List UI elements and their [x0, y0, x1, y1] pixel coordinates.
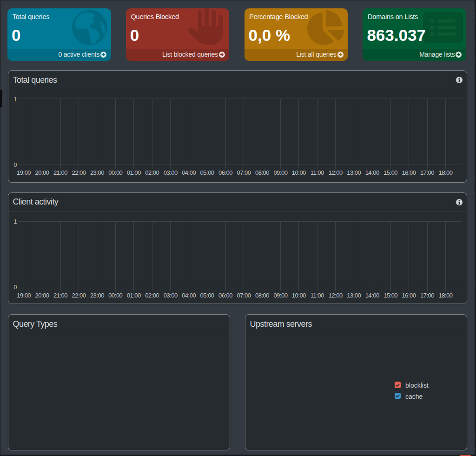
svg-text:13:00: 13:00 [347, 169, 361, 176]
svg-text:20:00: 20:00 [35, 292, 49, 299]
svg-text:00:00: 00:00 [108, 169, 122, 176]
svg-text:0: 0 [13, 284, 17, 291]
svg-text:1: 1 [13, 96, 17, 103]
svg-text:06:00: 06:00 [218, 169, 232, 176]
svg-text:19:00: 19:00 [17, 292, 31, 299]
svg-text:11:00: 11:00 [311, 169, 324, 176]
svg-text:01:00: 01:00 [127, 292, 141, 299]
svg-text:09:00: 09:00 [273, 169, 287, 176]
svg-text:0: 0 [13, 161, 17, 168]
svg-text:21:00: 21:00 [53, 292, 67, 299]
svg-text:16:00: 16:00 [402, 169, 416, 176]
svg-text:17:00: 17:00 [420, 169, 434, 176]
svg-text:04:00: 04:00 [182, 169, 196, 176]
svg-text:13:00: 13:00 [347, 292, 361, 299]
svg-text:15:00: 15:00 [383, 169, 397, 176]
svg-text:17:00: 17:00 [420, 292, 434, 299]
svg-text:08:00: 08:00 [255, 292, 269, 299]
svg-text:07:00: 07:00 [237, 169, 251, 176]
svg-text:02:00: 02:00 [145, 292, 159, 299]
svg-text:22:00: 22:00 [72, 292, 86, 299]
svg-text:23:00: 23:00 [90, 292, 104, 299]
svg-text:1: 1 [13, 218, 17, 225]
svg-text:08:00: 08:00 [255, 169, 269, 176]
svg-text:12:00: 12:00 [329, 169, 343, 176]
svg-text:07:00: 07:00 [237, 292, 251, 299]
svg-text:05:00: 05:00 [200, 169, 214, 176]
svg-text:10:00: 10:00 [292, 169, 306, 176]
svg-text:03:00: 03:00 [164, 292, 178, 299]
svg-text:20:00: 20:00 [35, 169, 49, 176]
svg-text:22:00: 22:00 [72, 169, 86, 176]
svg-text:06:00: 06:00 [218, 292, 232, 299]
svg-text:04:00: 04:00 [182, 292, 196, 299]
svg-text:15:00: 15:00 [383, 292, 397, 299]
svg-text:10:00: 10:00 [292, 292, 306, 299]
svg-text:03:00: 03:00 [164, 169, 178, 176]
svg-text:14:00: 14:00 [365, 169, 379, 176]
svg-text:23:00: 23:00 [90, 169, 104, 176]
svg-text:02:00: 02:00 [145, 169, 159, 176]
svg-text:00:00: 00:00 [108, 292, 122, 299]
svg-text:19:00: 19:00 [17, 169, 31, 176]
svg-text:05:00: 05:00 [200, 292, 214, 299]
svg-text:16:00: 16:00 [402, 292, 416, 299]
svg-text:21:00: 21:00 [53, 169, 67, 176]
svg-text:18:00: 18:00 [438, 169, 452, 176]
svg-text:09:00: 09:00 [273, 292, 287, 299]
svg-text:12:00: 12:00 [329, 292, 343, 299]
svg-text:01:00: 01:00 [127, 169, 141, 176]
svg-text:14:00: 14:00 [365, 292, 379, 299]
svg-text:18:00: 18:00 [438, 292, 452, 299]
svg-text:11:00: 11:00 [311, 292, 324, 299]
